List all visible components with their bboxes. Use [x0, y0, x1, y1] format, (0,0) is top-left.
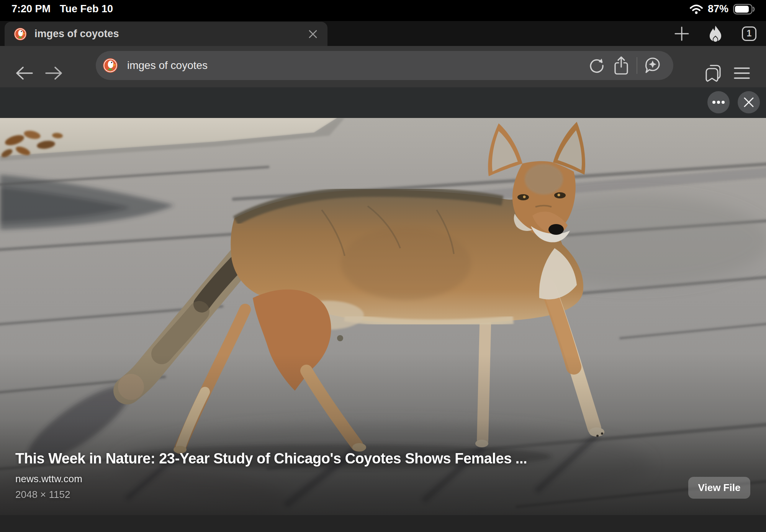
wifi-icon — [689, 4, 703, 14]
duck-ai-button[interactable] — [640, 53, 665, 78]
more-options-button[interactable] — [707, 91, 730, 113]
url-query-text: imges of coyotes — [127, 59, 584, 72]
duckduckgo-logo — [103, 58, 118, 73]
tab-strip: imges of coyotes 1 — [0, 21, 766, 46]
ellipsis-icon — [712, 100, 725, 104]
image-caption: This Week in Nature: 23-Year Study of Ch… — [15, 450, 582, 501]
toolbar-divider — [637, 57, 637, 74]
browser-toolbar: imges of coyotes — [0, 46, 766, 87]
fire-icon — [709, 25, 722, 42]
plus-icon — [674, 26, 689, 41]
tab-switcher-count-button[interactable]: 1 — [732, 21, 766, 46]
close-icon — [743, 97, 754, 108]
address-bar[interactable]: imges of coyotes — [96, 51, 673, 80]
status-date: Tue Feb 10 — [60, 3, 113, 15]
tab-title: imges of coyotes — [34, 28, 308, 40]
page-background-bar — [0, 515, 766, 532]
reload-icon — [589, 57, 605, 74]
new-tab-button[interactable] — [665, 21, 699, 46]
status-bar: 7:20 PM Tue Feb 10 87% — [0, 0, 766, 21]
tab-count-badge: 1 — [742, 26, 756, 41]
view-file-button[interactable]: View File — [688, 477, 750, 499]
duckduckgo-favicon — [14, 28, 27, 41]
browser-tab[interactable]: imges of coyotes — [5, 22, 327, 46]
bookmarks-tabs-button[interactable] — [700, 60, 727, 87]
reload-button[interactable] — [584, 53, 609, 78]
duck-ai-chat-icon — [644, 57, 661, 74]
image-dimensions: 2048 × 1152 — [15, 489, 582, 501]
back-button[interactable] — [11, 61, 37, 86]
back-arrow-icon — [15, 65, 34, 81]
status-time: 7:20 PM — [11, 3, 51, 15]
close-tab-icon[interactable] — [308, 29, 318, 39]
battery-icon — [733, 4, 755, 15]
hamburger-menu-icon — [733, 67, 751, 80]
image-viewer-header — [0, 87, 766, 118]
share-button[interactable] — [609, 53, 633, 78]
image-title: This Week in Nature: 23-Year Study of Ch… — [15, 450, 582, 467]
share-icon — [614, 56, 629, 75]
forward-arrow-icon — [44, 65, 64, 81]
battery-percent: 87% — [708, 3, 728, 15]
menu-button[interactable] — [728, 60, 755, 87]
viewer-image-coyote[interactable]: This Week in Nature: 23-Year Study of Ch… — [0, 118, 766, 515]
close-viewer-button[interactable] — [738, 91, 760, 113]
tabstrip-actions: 1 — [665, 21, 766, 46]
fire-button[interactable] — [699, 21, 732, 46]
image-source-domain: news.wttw.com — [15, 473, 582, 485]
tab-switcher-icon — [704, 63, 722, 83]
ipad-browser-screen: 7:20 PM Tue Feb 10 87% — [0, 0, 766, 532]
forward-button[interactable] — [41, 61, 67, 86]
